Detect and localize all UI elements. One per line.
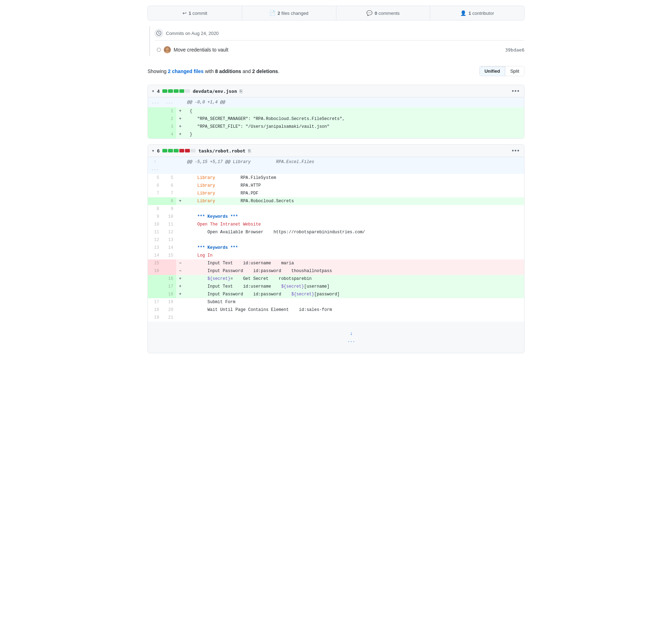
diff-toggle-robot[interactable]: ▾ <box>152 149 154 153</box>
commit-hash: 39bdae6 <box>505 47 524 53</box>
unified-view-button[interactable]: Unified <box>480 66 505 76</box>
expand-down-icon: ↓ <box>350 331 353 336</box>
diff-line-env-3: 3 + "RPA_SECRET_FILE": "/Users/janipalsa… <box>148 123 524 131</box>
comments-icon: 💬 <box>366 10 372 16</box>
commit-message: Move credentials to vault <box>174 47 228 53</box>
diff-seg-1 <box>162 89 167 93</box>
line-content: "RPA_SECRET_MANAGER": "RPA.Robocloud.Sec… <box>184 115 524 123</box>
diff-line-r8: 11 12 Open Available Browser https://rob… <box>148 228 524 236</box>
commits-timeline: Commits on Aug 24, 2020 Move credentials… <box>148 26 524 56</box>
diff-seg-2 <box>168 89 173 93</box>
stats-comments[interactable]: 💬 0 comments <box>336 6 431 20</box>
comments-count: 0 comments <box>374 11 400 16</box>
diff-filename-robot: tasks/robot.robot <box>198 148 245 154</box>
diff-table-robot: ↑... @@ -5,15 +5,17 @@ Library RPA.Excel… <box>148 157 524 353</box>
old-num <box>148 131 162 138</box>
diff-seg-r3 <box>174 149 179 152</box>
diff-line-r19: 19 21 <box>148 314 524 322</box>
hunk-old-num: ... <box>148 97 162 107</box>
diff-line-r12: 15 − Input Text id:username maria <box>148 259 524 267</box>
commit-dot <box>157 48 161 52</box>
commit-icon: ↩ <box>182 10 187 16</box>
hunk-new-num: ... <box>162 97 176 107</box>
changed-files-summary: Showing 2 changed files with 8 additions… <box>148 68 280 74</box>
diff-seg-r5 <box>185 149 190 152</box>
new-num: 1 <box>162 107 176 115</box>
diff-file-header-env: ▾ 4 devdata/env.json ⎘ ••• <box>148 85 524 97</box>
commit-avatar <box>164 46 171 53</box>
diff-line-env-2: 2 + "RPA_SECRET_MANAGER": "RPA.Robocloud… <box>148 115 524 123</box>
diff-line-r13: 16 − Input Password id:password thoushal… <box>148 267 524 275</box>
diff-count-env: 4 <box>157 89 160 94</box>
diff-line-r14: 16 + ${secret}= Get Secret robotsparebin <box>148 275 524 283</box>
commits-date: Commits on Aug 24, 2020 <box>166 31 219 36</box>
diff-seg-5 <box>185 89 190 93</box>
commits-count: 1 commit <box>189 11 208 16</box>
diff-seg-r6 <box>191 149 196 152</box>
new-num: 4 <box>162 131 176 138</box>
new-num: 2 <box>162 115 176 123</box>
hunk-header-robot: ↑... @@ -5,15 +5,17 @@ Library RPA.Excel… <box>148 157 524 174</box>
stats-contributors[interactable]: 👤 1 contributor <box>430 6 524 20</box>
old-num <box>148 123 162 131</box>
changed-files-bar: Showing 2 changed files with 8 additions… <box>148 62 524 80</box>
files-icon: 📄 <box>269 10 275 16</box>
line-content: } <box>184 131 524 138</box>
contributors-count: 1 contributor <box>468 11 494 16</box>
diff-line-r11: 14 15 Log In <box>148 252 524 259</box>
add-sign: + <box>176 123 184 131</box>
commit-left: Move credentials to vault <box>155 46 228 53</box>
diff-file-header-left: ▾ 4 devdata/env.json ⎘ <box>152 89 242 94</box>
split-view-button[interactable]: Split <box>505 66 524 76</box>
copy-path-icon-robot[interactable]: ⎘ <box>248 148 251 154</box>
summary-prefix: Showing <box>148 68 168 74</box>
diff-seg-4 <box>179 89 184 93</box>
stats-files[interactable]: 📄 2 files changed <box>242 6 336 20</box>
add-sign: + <box>176 107 184 115</box>
diff-toggle-env[interactable]: ▾ <box>152 89 154 94</box>
diff-line-r7: 10 11 Open The Intranet Website <box>148 221 524 228</box>
line-content: { <box>184 107 524 115</box>
diff-line-r9: 12 13 <box>148 236 524 244</box>
hunk-old-num: ↑... <box>148 157 162 174</box>
summary-middle: with 8 additions and 2 deletions. <box>205 68 280 74</box>
hunk-sign <box>176 157 184 174</box>
line-content: "RPA_SECRET_FILE": "/Users/janipalsamaki… <box>184 123 524 131</box>
diff-bar-env <box>162 89 190 93</box>
commits-date-header: Commits on Aug 24, 2020 <box>155 26 524 41</box>
diff-file-header-robot: ▾ 6 tasks/robot.robot ⎘ ••• <box>148 145 524 157</box>
diff-line-r10: 13 14 *** Keywords *** <box>148 244 524 252</box>
diff-line-r3: 7 7 Library RPA.PDF <box>148 190 524 197</box>
commits-date-icon <box>155 29 163 37</box>
expand-row-robot[interactable]: ↓ ... <box>148 322 524 353</box>
svg-point-1 <box>166 48 169 50</box>
diff-table-env: ... ... @@ -0,0 +1,4 @@ 1 + { 2 + "RPA_S… <box>148 97 524 138</box>
stats-bar: ↩ 1 commit 📄 2 files changed 💬 0 comment… <box>148 6 524 20</box>
diff-filename-env: devdata/env.json <box>193 89 237 94</box>
copy-path-icon-env[interactable]: ⎘ <box>240 89 242 94</box>
diff-file-robot: ▾ 6 tasks/robot.robot ⎘ ••• ↑... <box>148 144 524 353</box>
diff-line-env-4: 4 + } <box>148 131 524 138</box>
diff-line-r16: 18 + Input Password id:password ${secret… <box>148 290 524 298</box>
hunk-new-num <box>162 157 176 174</box>
diff-more-button-robot[interactable]: ••• <box>512 148 520 154</box>
commit-row: Move credentials to vault 39bdae6 <box>155 43 524 56</box>
hunk-content-env: @@ -0,0 +1,4 @@ <box>184 97 524 107</box>
hunk-sign <box>176 97 184 107</box>
add-sign: + <box>176 115 184 123</box>
diff-line-r1: 5 5 Library RPA.FileSystem <box>148 174 524 182</box>
diff-more-button-env[interactable]: ••• <box>512 88 520 94</box>
diff-line-r5: 8 9 <box>148 205 524 213</box>
files-count: 2 files changed <box>277 11 308 16</box>
view-buttons: Unified Split <box>479 66 524 76</box>
diff-count-robot: 6 <box>157 148 160 154</box>
add-sign: + <box>176 131 184 138</box>
old-num <box>148 107 162 115</box>
new-num: 3 <box>162 123 176 131</box>
diff-line-r15: 17 + Input Text id:username ${secret}[us… <box>148 283 524 290</box>
changed-files-link[interactable]: 2 changed files <box>168 68 204 74</box>
diff-line-r18: 18 20 Wait Until Page Contains Element i… <box>148 306 524 314</box>
diff-file-env-json: ▾ 4 devdata/env.json ⎘ ••• ... ... <box>148 85 524 139</box>
stats-commits[interactable]: ↩ 1 commit <box>148 6 242 20</box>
diff-seg-r1 <box>162 149 167 152</box>
